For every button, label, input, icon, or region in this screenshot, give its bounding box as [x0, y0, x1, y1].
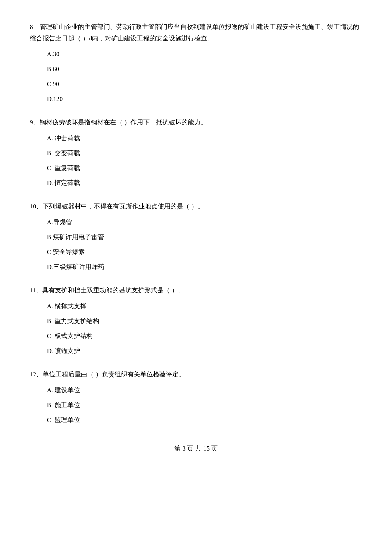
- question-12-options: A. 建设单位 B. 施工单位 C. 监理单位: [30, 384, 362, 426]
- list-item: C. 监理单位: [47, 414, 362, 426]
- question-8-text: 8、管理矿山企业的主管部门、劳动行政主管部门应当自收到建设单位报送的矿山建设工程…: [30, 21, 362, 44]
- question-9-text: 9、钢材疲劳破坏是指钢材在在（ ）作用下，抵抗破坏的能力。: [30, 117, 362, 128]
- list-item: B.60: [47, 64, 362, 75]
- list-item: A.30: [47, 49, 362, 60]
- question-8-options: A.30 B.60 C.90 D.120: [30, 49, 362, 105]
- question-9: 9、钢材疲劳破坏是指钢材在在（ ）作用下，抵抗破坏的能力。 A. 冲击荷载 B.…: [30, 117, 362, 189]
- list-item: C.90: [47, 78, 362, 90]
- list-item: B. 交变荷载: [47, 147, 362, 159]
- question-11: 11、具有支护和挡土双重功能的基坑支护形式是（ ）。 A. 横撑式支撑 B. 重…: [30, 285, 362, 357]
- question-12: 12、单位工程质量由（ ）负责组织有关单位检验评定。 A. 建设单位 B. 施工…: [30, 369, 362, 426]
- list-item: A. 冲击荷载: [47, 133, 362, 144]
- question-8: 8、管理矿山企业的主管部门、劳动行政主管部门应当自收到建设单位报送的矿山建设工程…: [30, 21, 362, 105]
- list-item: B. 重力式支护结构: [47, 315, 362, 327]
- list-item: A. 建设单位: [47, 384, 362, 396]
- list-item: C.安全导爆索: [47, 246, 362, 258]
- question-11-options: A. 横撑式支撑 B. 重力式支护结构 C. 板式支护结构 D. 喷锚支护: [30, 301, 362, 357]
- list-item: D. 喷锚支护: [47, 345, 362, 357]
- exam-content: 8、管理矿山企业的主管部门、劳动行政主管部门应当自收到建设单位报送的矿山建设工程…: [30, 21, 362, 454]
- list-item: B.煤矿许用电子雷管: [47, 231, 362, 243]
- question-12-text: 12、单位工程质量由（ ）负责组织有关单位检验评定。: [30, 369, 362, 380]
- list-item: C. 板式支护结构: [47, 330, 362, 342]
- page-footer: 第 3 页 共 15 页: [30, 443, 362, 454]
- page-number: 第 3 页 共 15 页: [174, 445, 217, 452]
- question-9-options: A. 冲击荷载 B. 交变荷载 C. 重复荷载 D. 恒定荷载: [30, 133, 362, 189]
- list-item: D.120: [47, 93, 362, 105]
- question-10-options: A.导爆管 B.煤矿许用电子雷管 C.安全导爆索 D.三级煤矿许用炸药: [30, 217, 362, 273]
- question-11-text: 11、具有支护和挡土双重功能的基坑支护形式是（ ）。: [30, 285, 362, 296]
- list-item: B. 施工单位: [47, 399, 362, 411]
- list-item: A.导爆管: [47, 217, 362, 228]
- list-item: D. 恒定荷载: [47, 177, 362, 189]
- question-10-text: 10、下列爆破器材中，不得在有瓦斯作业地点使用的是（ ）。: [30, 201, 362, 212]
- question-10: 10、下列爆破器材中，不得在有瓦斯作业地点使用的是（ ）。 A.导爆管 B.煤矿…: [30, 201, 362, 273]
- list-item: C. 重复荷载: [47, 162, 362, 174]
- list-item: D.三级煤矿许用炸药: [47, 261, 362, 273]
- list-item: A. 横撑式支撑: [47, 301, 362, 312]
